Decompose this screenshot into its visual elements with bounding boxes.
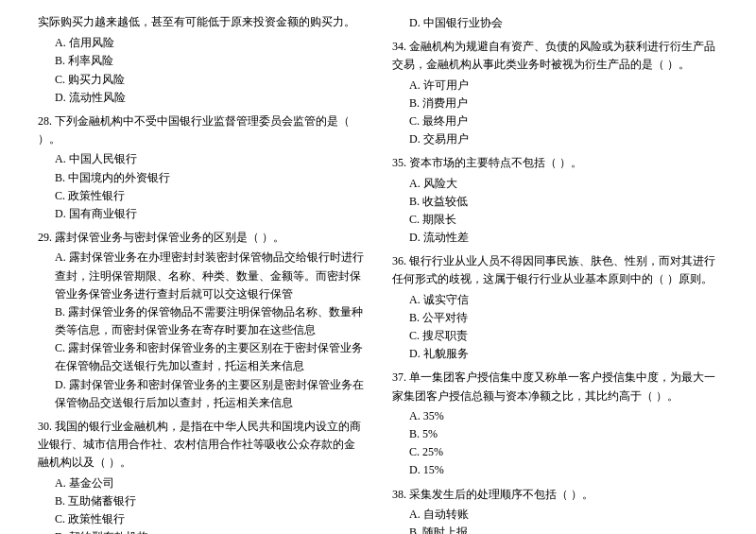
option-B: B. 利率风险 [55, 52, 364, 70]
option-D: D. 礼貌服务 [409, 345, 718, 363]
option-A: A. 露封保管业务在办理密封封装密封保管物品交给银行时进行查封，注明保管期限、名… [55, 249, 364, 303]
option-C: C. 最终用户 [409, 112, 718, 130]
column-right: D. 中国银行业协会 34. 金融机构为规避自有资产、负债的风险或为获利进行衍生… [392, 14, 718, 534]
option-D: D. 流动性风险 [55, 89, 364, 107]
question-37: 37. 单一集团客户授信集中度又称单一客户授信集中度，为最大一家集团客户授信总额… [392, 369, 718, 479]
note-intro: 实际购买力越来越低，甚至有可能低于原来投资金额的购买力。 [38, 14, 364, 30]
question-29-text: 29. 露封保管业务与密封保管业务的区别是（ ）。 [38, 229, 364, 247]
option-A: A. 诚实守信 [409, 291, 718, 309]
option-A: A. 自动转账 [409, 506, 718, 524]
question-28-text: 28. 下列金融机构中不受中国银行业监督管理委员会监管的是（ ）。 [38, 112, 364, 148]
option-A: A. 风险大 [409, 175, 718, 193]
question-28: 28. 下列金融机构中不受中国银行业监督管理委员会监管的是（ ）。 A. 中国人… [38, 112, 364, 223]
option-B: B. 露封保管业务的保管物品不需要注明保管物品名称、数量种类等信息，而密封保管业… [55, 303, 364, 339]
option-A: A. 35% [409, 407, 718, 425]
option-C: C. 搜尽职责 [409, 327, 718, 345]
option-D: D. 交易用户 [409, 130, 718, 148]
option-B: B. 5% [409, 425, 718, 443]
option-B: B. 互助储蓄银行 [55, 492, 364, 510]
option-D: D. 露封保管业务和密封保管业务的主要区别是密封保管业务在保管物品交送银行后加以… [55, 376, 364, 412]
column-left: 实际购买力越来越低，甚至有可能低于原来投资金额的购买力。 A. 信用风险 B. … [38, 14, 364, 534]
option-D: D. 中国银行业协会 [409, 14, 718, 32]
question-37-text: 37. 单一集团客户授信集中度又称单一客户授信集中度，为最大一家集团客户授信总额… [392, 369, 718, 405]
question-33-d: D. 中国银行业协会 [392, 14, 718, 32]
option-B: B. 收益较低 [409, 193, 718, 211]
option-C: C. 期限长 [409, 211, 718, 229]
option-D: D. 15% [409, 461, 718, 479]
option-D: D. 契约型存款机构 [55, 528, 364, 534]
question-34-text: 34. 金融机构为规避自有资产、负债的风险或为获利进行衍生产品交易，金融机构从事… [392, 38, 718, 74]
option-B: B. 公平对待 [409, 309, 718, 327]
question-36: 36. 银行行业从业人员不得因同事民族、肤色、性别，而对其进行任何形式的歧视，这… [392, 252, 718, 363]
option-B: B. 消费用户 [409, 95, 718, 112]
option-A: A. 信用风险 [55, 34, 364, 52]
question-36-text: 36. 银行行业从业人员不得因同事民族、肤色、性别，而对其进行任何形式的歧视，这… [392, 252, 718, 288]
option-A: A. 中国人民银行 [55, 150, 364, 168]
question-38: 38. 采集发生后的处理顺序不包括（ ）。 A. 自动转账 B. 随时上报 C.… [392, 486, 718, 535]
option-C: C. 露封保管业务和密封保管业务的主要区别在于密封保管业务在保管物品交送银行先加… [55, 339, 364, 375]
page-content: 实际购买力越来越低，甚至有可能低于原来投资金额的购买力。 A. 信用风险 B. … [38, 14, 718, 534]
option-A: A. 基金公司 [55, 474, 364, 492]
question-35-text: 35. 资本市场的主要特点不包括（ ）。 [392, 154, 718, 172]
question-35: 35. 资本市场的主要特点不包括（ ）。 A. 风险大 B. 收益较低 C. 期… [392, 154, 718, 247]
option-C: C. 购买力风险 [55, 71, 364, 89]
option-C: C. 政策性银行 [55, 187, 364, 205]
question-34: 34. 金融机构为规避自有资产、负债的风险或为获利进行衍生产品交易，金融机构从事… [392, 38, 718, 148]
question-options-cont: A. 信用风险 B. 利率风险 C. 购买力风险 D. 流动性风险 [38, 34, 364, 107]
option-A: A. 许可用户 [409, 77, 718, 95]
option-D: D. 国有商业银行 [55, 205, 364, 223]
option-B: B. 随时上报 [409, 524, 718, 534]
question-30: 30. 我国的银行业金融机构，是指在中华人民共和国境内设立的商业银行、城市信用合… [38, 418, 364, 534]
question-30-text: 30. 我国的银行业金融机构，是指在中华人民共和国境内设立的商业银行、城市信用合… [38, 418, 364, 473]
option-B: B. 中国境内的外资银行 [55, 169, 364, 187]
option-C: C. 政策性银行 [55, 510, 364, 528]
question-38-text: 38. 采集发生后的处理顺序不包括（ ）。 [392, 486, 718, 504]
question-29: 29. 露封保管业务与密封保管业务的区别是（ ）。 A. 露封保管业务在办理密封… [38, 229, 364, 412]
option-D: D. 流动性差 [409, 229, 718, 247]
option-C: C. 25% [409, 443, 718, 461]
